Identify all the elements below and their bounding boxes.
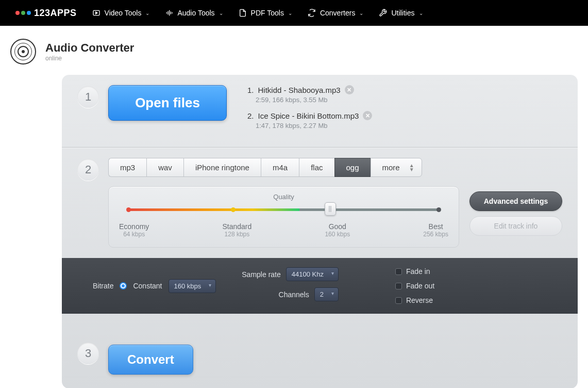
- slider-tick: [126, 207, 131, 212]
- reverse-checkbox[interactable]: [395, 297, 402, 304]
- updown-icon: ▲▼: [409, 164, 414, 172]
- logo-dots-icon: [15, 11, 31, 15]
- nav-converters[interactable]: Converters ⌄: [308, 9, 363, 17]
- logo-text: 123APPS: [34, 8, 77, 19]
- file-list: 1. Hitkidd - Shabooya.mp3 ✕ 2:59, 166 kb…: [247, 85, 562, 137]
- chevron-down-icon: ⌄: [359, 10, 363, 16]
- svg-rect-5: [171, 11, 171, 14]
- quality-kbps: 64 kbps: [119, 231, 149, 238]
- step-number: 1: [77, 86, 99, 108]
- bitrate-mode-label: Constant: [133, 282, 162, 290]
- format-flac[interactable]: flac: [299, 158, 334, 177]
- quality-kbps: 128 kbps: [222, 231, 251, 238]
- quality-title: Quality: [124, 193, 443, 201]
- quality-label: Best: [423, 222, 448, 231]
- tools-icon: [379, 9, 387, 17]
- step-3: 3 Convert: [62, 314, 578, 388]
- svg-marker-1: [95, 12, 97, 14]
- file-row: 2. Ice Spice - Bikini Bottom.mp3 ✕ 1:47,…: [247, 111, 562, 130]
- samplerate-label: Sample rate: [242, 270, 280, 279]
- file-name-text: Ice Spice - Bikini Bottom.mp3: [258, 111, 359, 120]
- logo[interactable]: 123APPS: [15, 8, 77, 19]
- file-row: 1. Hitkidd - Shabooya.mp3 ✕ 2:59, 166 kb…: [247, 85, 562, 104]
- nav-audio-tools[interactable]: Audio Tools ⌄: [165, 9, 223, 17]
- page-header: Audio Converter online: [0, 26, 588, 75]
- file-index: 2.: [247, 111, 254, 120]
- step-number: 3: [77, 343, 99, 364]
- page-title: Audio Converter: [45, 41, 134, 55]
- chevron-down-icon: ⌄: [419, 10, 423, 16]
- more-label: more: [382, 163, 400, 172]
- advanced-settings-button[interactable]: Advanced settings: [469, 191, 562, 211]
- svg-rect-2: [166, 12, 167, 14]
- chevron-down-icon: ⌄: [219, 10, 223, 16]
- remove-file-button[interactable]: ✕: [363, 111, 372, 120]
- svg-rect-4: [169, 10, 170, 16]
- step-2: 2 mp3 wav iPhone ringtone m4a flac ogg m…: [62, 148, 578, 258]
- nav-item-label: PDF Tools: [251, 9, 284, 17]
- nav-item-label: Audio Tools: [177, 9, 214, 17]
- nav-item-label: Converters: [320, 9, 355, 17]
- bitrate-constant-radio[interactable]: [120, 282, 127, 289]
- nav-video-tools[interactable]: Video Tools ⌄: [92, 9, 150, 17]
- quality-label: Good: [325, 222, 350, 231]
- format-ogg[interactable]: ogg: [334, 158, 371, 177]
- nav-utilities[interactable]: Utilities ⌄: [379, 9, 423, 17]
- nav-item-label: Video Tools: [105, 9, 142, 17]
- disc-icon: [10, 39, 36, 64]
- bitrate-select[interactable]: 160 kbps: [169, 279, 216, 293]
- refresh-icon: [308, 9, 316, 17]
- fadeout-checkbox[interactable]: [395, 283, 402, 289]
- advanced-settings-panel: Bitrate Constant 160 kbps Sample rate 44…: [62, 258, 578, 314]
- main-panel: 1 Open files 1. Hitkidd - Shabooya.mp3 ✕…: [62, 75, 578, 388]
- remove-file-button[interactable]: ✕: [345, 85, 354, 94]
- quality-label: Standard: [222, 222, 251, 231]
- top-nav: 123APPS Video Tools ⌄ Audio Tools ⌄ PDF …: [0, 0, 588, 26]
- format-m4a[interactable]: m4a: [261, 158, 299, 177]
- slider-tick: [436, 207, 441, 212]
- bitrate-label: Bitrate: [93, 282, 113, 290]
- audio-wave-icon: [165, 9, 173, 17]
- quality-kbps: 256 kbps: [423, 231, 448, 238]
- chevron-down-icon: ⌄: [288, 10, 292, 16]
- quality-label: Economy: [119, 222, 149, 231]
- svg-rect-3: [168, 11, 169, 15]
- format-more-button[interactable]: more ▲▼: [371, 158, 422, 177]
- channels-select[interactable]: 2: [314, 287, 339, 301]
- format-mp3[interactable]: mp3: [108, 158, 146, 177]
- file-meta: 1:47, 178 kbps, 2.27 Mb: [256, 122, 562, 130]
- open-files-button[interactable]: Open files: [108, 85, 227, 121]
- file-index: 1.: [247, 86, 254, 94]
- convert-button[interactable]: Convert: [108, 345, 193, 375]
- quality-labels: Economy64 kbps Standard128 kbps Good160 …: [124, 222, 443, 238]
- fadeout-label: Fade out: [406, 282, 434, 290]
- edit-track-info-button: Edit track info: [469, 216, 562, 236]
- fadein-label: Fade in: [406, 267, 430, 276]
- samplerate-select[interactable]: 44100 Khz: [286, 267, 339, 281]
- channels-label: Channels: [279, 290, 309, 299]
- format-iphone-ringtone[interactable]: iPhone ringtone: [183, 158, 261, 177]
- nav-pdf-tools[interactable]: PDF Tools ⌄: [239, 9, 292, 17]
- fadein-checkbox[interactable]: [395, 268, 402, 275]
- file-meta: 2:59, 166 kbps, 3.55 Mb: [256, 96, 562, 104]
- slider-handle[interactable]: [325, 202, 336, 216]
- step-number: 2: [77, 159, 99, 181]
- reverse-label: Reverse: [406, 296, 433, 304]
- quality-panel: Quality Economy64 kbps Standard128 kbps …: [108, 186, 459, 248]
- quality-kbps: 160 kbps: [325, 231, 350, 238]
- document-icon: [239, 9, 247, 17]
- step-1: 1 Open files 1. Hitkidd - Shabooya.mp3 ✕…: [62, 75, 578, 147]
- file-name-text: Hitkidd - Shabooya.mp3: [258, 86, 341, 94]
- slider-tick: [231, 207, 236, 212]
- nav-item-label: Utilities: [391, 9, 414, 17]
- svg-rect-6: [172, 12, 173, 14]
- page-subtitle: online: [45, 55, 134, 62]
- format-selector: mp3 wav iPhone ringtone m4a flac ogg mor…: [108, 158, 562, 177]
- play-icon: [92, 9, 100, 17]
- quality-slider[interactable]: [128, 207, 439, 212]
- format-wav[interactable]: wav: [146, 158, 183, 177]
- chevron-down-icon: ⌄: [145, 10, 149, 16]
